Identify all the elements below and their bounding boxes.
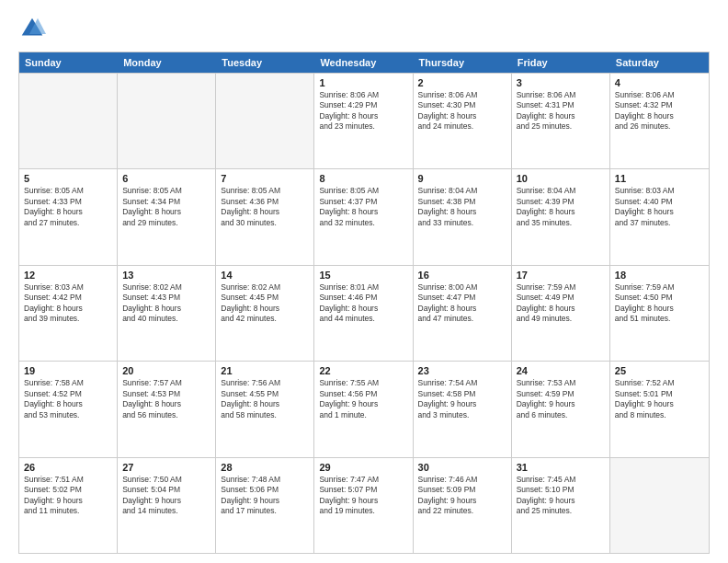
day-info: Sunrise: 8:02 AM Sunset: 4:45 PM Dayligh…	[221, 282, 309, 325]
day-number: 17	[517, 270, 605, 281]
day-cell-14: 14Sunrise: 8:02 AM Sunset: 4:45 PM Dayli…	[216, 266, 314, 361]
calendar-row-3: 12Sunrise: 8:03 AM Sunset: 4:42 PM Dayli…	[19, 265, 709, 361]
day-cell-17: 17Sunrise: 7:59 AM Sunset: 4:49 PM Dayli…	[512, 266, 610, 361]
day-info: Sunrise: 8:02 AM Sunset: 4:43 PM Dayligh…	[122, 282, 210, 325]
header-day-sunday: Sunday	[19, 52, 118, 73]
day-info: Sunrise: 8:05 AM Sunset: 4:34 PM Dayligh…	[122, 186, 210, 228]
day-number: 21	[221, 365, 309, 376]
day-cell-31: 31Sunrise: 7:45 AM Sunset: 5:10 PM Dayli…	[512, 458, 610, 553]
day-info: Sunrise: 7:46 AM Sunset: 5:09 PM Dayligh…	[418, 475, 506, 517]
day-cell-12: 12Sunrise: 8:03 AM Sunset: 4:42 PM Dayli…	[19, 266, 118, 361]
day-info: Sunrise: 7:45 AM Sunset: 5:10 PM Dayligh…	[517, 475, 605, 517]
day-info: Sunrise: 8:05 AM Sunset: 4:33 PM Dayligh…	[24, 186, 112, 228]
day-info: Sunrise: 8:06 AM Sunset: 4:30 PM Dayligh…	[418, 90, 506, 132]
day-cell-10: 10Sunrise: 8:04 AM Sunset: 4:39 PM Dayli…	[512, 169, 610, 264]
day-cell-3: 3Sunrise: 8:06 AM Sunset: 4:31 PM Daylig…	[512, 74, 610, 168]
day-cell-empty-0-1	[118, 74, 216, 168]
day-cell-26: 26Sunrise: 7:51 AM Sunset: 5:02 PM Dayli…	[19, 458, 118, 553]
day-info: Sunrise: 8:05 AM Sunset: 4:36 PM Dayligh…	[221, 186, 309, 228]
day-cell-28: 28Sunrise: 7:48 AM Sunset: 5:06 PM Dayli…	[216, 458, 314, 553]
day-info: Sunrise: 7:47 AM Sunset: 5:07 PM Dayligh…	[319, 475, 407, 517]
day-cell-9: 9Sunrise: 8:04 AM Sunset: 4:38 PM Daylig…	[414, 169, 512, 264]
day-cell-8: 8Sunrise: 8:05 AM Sunset: 4:37 PM Daylig…	[314, 169, 413, 264]
day-number: 8	[319, 173, 407, 184]
day-number: 16	[418, 270, 506, 281]
day-info: Sunrise: 8:01 AM Sunset: 4:46 PM Dayligh…	[319, 282, 407, 325]
day-number: 28	[221, 462, 309, 473]
day-number: 19	[24, 365, 112, 376]
day-number: 5	[24, 173, 112, 184]
day-cell-empty-4-6	[610, 458, 709, 553]
day-number: 3	[517, 77, 605, 88]
header	[18, 15, 710, 42]
day-number: 12	[24, 270, 112, 281]
day-number: 10	[517, 173, 605, 184]
day-cell-27: 27Sunrise: 7:50 AM Sunset: 5:04 PM Dayli…	[118, 458, 216, 553]
day-number: 26	[24, 462, 112, 473]
day-number: 30	[418, 462, 506, 473]
calendar-body: 1Sunrise: 8:06 AM Sunset: 4:29 PM Daylig…	[19, 73, 709, 553]
day-cell-6: 6Sunrise: 8:05 AM Sunset: 4:34 PM Daylig…	[118, 169, 216, 264]
day-cell-19: 19Sunrise: 7:58 AM Sunset: 4:52 PM Dayli…	[19, 362, 118, 456]
day-info: Sunrise: 7:54 AM Sunset: 4:58 PM Dayligh…	[418, 378, 506, 420]
day-info: Sunrise: 7:51 AM Sunset: 5:02 PM Dayligh…	[24, 475, 112, 517]
day-number: 11	[615, 173, 704, 184]
day-cell-22: 22Sunrise: 7:55 AM Sunset: 4:56 PM Dayli…	[314, 362, 413, 456]
day-info: Sunrise: 7:58 AM Sunset: 4:52 PM Dayligh…	[24, 378, 112, 420]
day-number: 1	[319, 77, 407, 88]
day-cell-24: 24Sunrise: 7:53 AM Sunset: 4:59 PM Dayli…	[512, 362, 610, 456]
calendar-row-4: 19Sunrise: 7:58 AM Sunset: 4:52 PM Dayli…	[19, 361, 709, 456]
day-info: Sunrise: 7:48 AM Sunset: 5:06 PM Dayligh…	[221, 475, 309, 517]
day-cell-30: 30Sunrise: 7:46 AM Sunset: 5:09 PM Dayli…	[414, 458, 512, 553]
day-info: Sunrise: 7:59 AM Sunset: 4:49 PM Dayligh…	[517, 282, 605, 325]
day-cell-20: 20Sunrise: 7:57 AM Sunset: 4:53 PM Dayli…	[118, 362, 216, 456]
day-number: 29	[319, 462, 407, 473]
day-number: 7	[221, 173, 309, 184]
header-day-monday: Monday	[118, 52, 216, 73]
page: SundayMondayTuesdayWednesdayThursdayFrid…	[0, 0, 728, 563]
logo	[18, 15, 50, 42]
day-info: Sunrise: 8:04 AM Sunset: 4:39 PM Dayligh…	[517, 186, 605, 228]
header-day-wednesday: Wednesday	[314, 52, 413, 73]
day-info: Sunrise: 7:55 AM Sunset: 4:56 PM Dayligh…	[319, 378, 407, 420]
day-number: 23	[418, 365, 506, 376]
day-number: 27	[122, 462, 210, 473]
day-cell-7: 7Sunrise: 8:05 AM Sunset: 4:36 PM Daylig…	[216, 169, 314, 264]
day-info: Sunrise: 8:06 AM Sunset: 4:32 PM Dayligh…	[615, 90, 704, 132]
day-cell-16: 16Sunrise: 8:00 AM Sunset: 4:47 PM Dayli…	[414, 266, 512, 361]
day-cell-18: 18Sunrise: 7:59 AM Sunset: 4:50 PM Dayli…	[610, 266, 709, 361]
day-cell-13: 13Sunrise: 8:02 AM Sunset: 4:43 PM Dayli…	[118, 266, 216, 361]
day-number: 9	[418, 173, 506, 184]
day-info: Sunrise: 8:06 AM Sunset: 4:31 PM Dayligh…	[517, 90, 605, 132]
calendar-header: SundayMondayTuesdayWednesdayThursdayFrid…	[19, 52, 709, 73]
day-number: 20	[122, 365, 210, 376]
calendar: SundayMondayTuesdayWednesdayThursdayFrid…	[18, 52, 710, 554]
day-cell-25: 25Sunrise: 7:52 AM Sunset: 5:01 PM Dayli…	[610, 362, 709, 456]
day-info: Sunrise: 7:52 AM Sunset: 5:01 PM Dayligh…	[615, 378, 704, 420]
day-cell-15: 15Sunrise: 8:01 AM Sunset: 4:46 PM Dayli…	[314, 266, 413, 361]
day-number: 4	[615, 77, 704, 88]
calendar-row-2: 5Sunrise: 8:05 AM Sunset: 4:33 PM Daylig…	[19, 168, 709, 264]
day-info: Sunrise: 7:59 AM Sunset: 4:50 PM Dayligh…	[615, 282, 704, 325]
day-info: Sunrise: 8:03 AM Sunset: 4:40 PM Dayligh…	[615, 186, 704, 228]
day-cell-23: 23Sunrise: 7:54 AM Sunset: 4:58 PM Dayli…	[414, 362, 512, 456]
day-info: Sunrise: 8:06 AM Sunset: 4:29 PM Dayligh…	[319, 90, 407, 132]
day-number: 15	[319, 270, 407, 281]
day-cell-empty-0-2	[216, 74, 314, 168]
day-cell-29: 29Sunrise: 7:47 AM Sunset: 5:07 PM Dayli…	[314, 458, 413, 553]
calendar-row-1: 1Sunrise: 8:06 AM Sunset: 4:29 PM Daylig…	[19, 73, 709, 168]
header-day-tuesday: Tuesday	[216, 52, 314, 73]
day-info: Sunrise: 7:57 AM Sunset: 4:53 PM Dayligh…	[122, 378, 210, 420]
day-number: 14	[221, 270, 309, 281]
day-cell-2: 2Sunrise: 8:06 AM Sunset: 4:30 PM Daylig…	[414, 74, 512, 168]
day-info: Sunrise: 8:00 AM Sunset: 4:47 PM Dayligh…	[418, 282, 506, 325]
day-cell-5: 5Sunrise: 8:05 AM Sunset: 4:33 PM Daylig…	[19, 169, 118, 264]
day-info: Sunrise: 7:53 AM Sunset: 4:59 PM Dayligh…	[517, 378, 605, 420]
logo-icon	[18, 15, 46, 42]
day-number: 24	[517, 365, 605, 376]
day-number: 6	[122, 173, 210, 184]
day-number: 18	[615, 270, 704, 281]
calendar-row-5: 26Sunrise: 7:51 AM Sunset: 5:02 PM Dayli…	[19, 457, 709, 553]
day-cell-11: 11Sunrise: 8:03 AM Sunset: 4:40 PM Dayli…	[610, 169, 709, 264]
header-day-thursday: Thursday	[414, 52, 512, 73]
